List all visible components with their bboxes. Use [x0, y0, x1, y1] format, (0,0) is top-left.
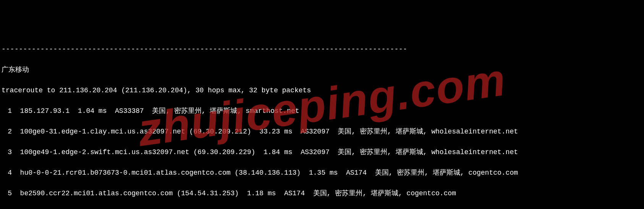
hop-row: 2 100ge0-31.edge-1.clay.mci.us.as32097.n… [2, 127, 642, 137]
hop-row: 3 100ge49-1.edge-2.swift.mci.us.as32097.… [2, 147, 642, 158]
hop-number: 5 [2, 188, 12, 199]
hop-text: 100ge0-31.edge-1.clay.mci.us.as32097.net… [20, 128, 518, 135]
hop-text: hu0-0-0-21.rcr01.b073673-0.mci01.atlas.c… [20, 169, 518, 177]
location-title: 广东移动 [2, 65, 642, 75]
hop-number: 4 [2, 168, 12, 178]
hop-text: 185.127.93.1 1.04 ms AS33387 美国, 密苏里州, 堪… [20, 107, 299, 115]
hop-row: 4 hu0-0-0-21.rcr01.b073673-0.mci01.atlas… [2, 168, 642, 178]
hop-number: 3 [2, 147, 12, 158]
watermark-text: zhujiceping.com [134, 45, 510, 164]
hop-number: 2 [2, 127, 12, 137]
hop-row: 1 185.127.93.1 1.04 ms AS33387 美国, 密苏里州,… [2, 106, 642, 116]
hop-row: 5 be2590.ccr22.mci01.atlas.cogentco.com … [2, 188, 642, 199]
hop-text: 100ge49-1.edge-2.swift.mci.us.as32097.ne… [20, 148, 518, 156]
hop-number: 1 [2, 106, 12, 116]
hop-text: be2590.ccr22.mci01.atlas.cogentco.com (1… [20, 190, 456, 197]
traceroute-header: traceroute to 211.136.20.204 (211.136.20… [2, 85, 642, 96]
separator-line: ----------------------------------------… [2, 44, 642, 55]
